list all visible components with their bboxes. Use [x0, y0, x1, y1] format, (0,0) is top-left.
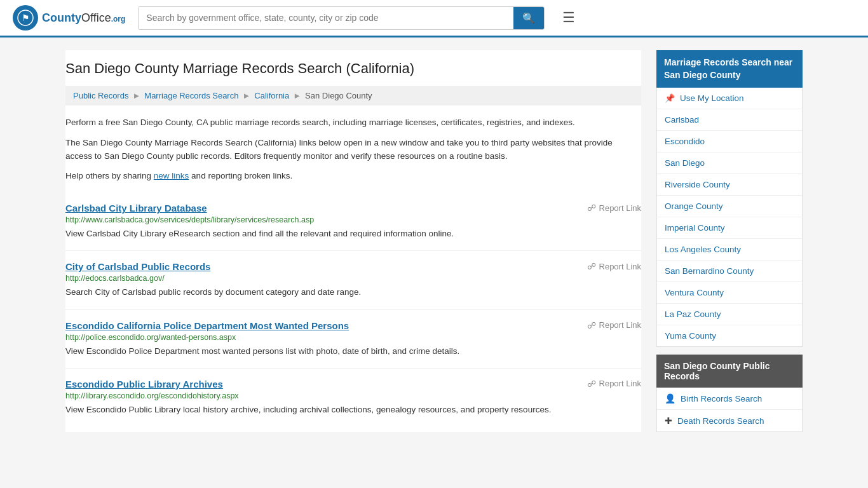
nearby-list-item: Ventura County — [657, 282, 802, 304]
svg-text:⚑: ⚑ — [22, 13, 30, 23]
use-location-item: 📌 Use My Location — [657, 88, 802, 109]
nearby-list-item: Los Angeles County — [657, 239, 802, 261]
help-text: Help others by sharing new links and rep… — [65, 170, 641, 182]
result-url[interactable]: http://www.carlsbadca.gov/services/depts… — [65, 215, 641, 224]
report-link[interactable]: ☍ Report Link — [587, 203, 641, 213]
result-item: Escondido Public Library Archives ☍ Repo… — [65, 369, 641, 426]
san-bernardino-link[interactable]: San Bernardino County — [657, 261, 802, 281]
riverside-link[interactable]: Riverside County — [657, 174, 802, 195]
result-description: Search City of Carlsbad public records b… — [65, 286, 641, 299]
report-icon: ☍ — [587, 261, 596, 271]
report-link[interactable]: ☍ Report Link — [587, 320, 641, 330]
results-list: Carlsbad City Library Database ☍ Report … — [65, 193, 641, 426]
public-records-header: San Diego County Public Records — [656, 355, 803, 388]
nearby-list-item: Riverside County — [657, 174, 802, 196]
site-header: ⚑ CountyOffice.org 🔍 ☰ — [0, 0, 868, 37]
result-item: Carlsbad City Library Database ☍ Report … — [65, 193, 641, 251]
nearby-list: 📌 Use My Location Carlsbad Escondido San… — [656, 88, 803, 347]
ventura-link[interactable]: Ventura County — [657, 282, 802, 303]
nearby-list-item: La Paz County — [657, 304, 802, 325]
imperial-link[interactable]: Imperial County — [657, 217, 802, 238]
nearby-list-item: Escondido — [657, 131, 802, 152]
result-item: Escondido California Police Department M… — [65, 310, 641, 369]
death-records-item: ✚ Death Records Search — [657, 410, 802, 431]
breadcrumb-sep-1: ► — [132, 91, 140, 100]
breadcrumb-public-records[interactable]: Public Records — [73, 91, 128, 100]
search-icon: 🔍 — [522, 13, 535, 24]
yuma-link[interactable]: Yuma County — [657, 325, 802, 346]
sidebar: Marriage Records Search near San Diego C… — [656, 50, 803, 432]
menu-button[interactable]: ☰ — [562, 10, 575, 26]
result-header: City of Carlsbad Public Records ☍ Report… — [65, 261, 641, 272]
logo-wordmark: CountyOffice.org — [42, 11, 125, 25]
result-header: Escondido Public Library Archives ☍ Repo… — [65, 379, 641, 390]
nearby-list-item: Yuma County — [657, 325, 802, 346]
death-records-link[interactable]: ✚ Death Records Search — [657, 410, 802, 431]
location-pin-icon: 📌 — [665, 93, 675, 103]
cross-icon: ✚ — [665, 416, 672, 426]
result-description: View Carlsbad City Library eResearch sec… — [65, 227, 641, 240]
result-description: View Escondido Police Department most wa… — [65, 345, 641, 358]
report-icon: ☍ — [587, 320, 596, 330]
result-header: Carlsbad City Library Database ☍ Report … — [65, 203, 641, 214]
result-title[interactable]: City of Carlsbad Public Records — [65, 261, 210, 272]
birth-records-link[interactable]: 👤 Birth Records Search — [657, 388, 802, 409]
search-button[interactable]: 🔍 — [513, 7, 544, 29]
result-description: View Escondido Public Library local hist… — [65, 403, 641, 416]
result-url[interactable]: http://library.escondido.org/escondidohi… — [65, 391, 641, 400]
nearby-list-item: Carlsbad — [657, 109, 802, 131]
nearby-header: Marriage Records Search near San Diego C… — [656, 50, 803, 88]
nearby-section: Marriage Records Search near San Diego C… — [656, 50, 803, 347]
person-icon: 👤 — [665, 393, 675, 403]
birth-records-item: 👤 Birth Records Search — [657, 388, 802, 410]
description-2: The San Diego County Marriage Records Se… — [65, 136, 641, 163]
escondido-link[interactable]: Escondido — [657, 131, 802, 152]
orange-link[interactable]: Orange County — [657, 196, 802, 217]
nearby-list-item: San Bernardino County — [657, 261, 802, 282]
breadcrumb-california[interactable]: California — [254, 91, 289, 100]
breadcrumb-sep-3: ► — [293, 91, 301, 100]
breadcrumb: Public Records ► Marriage Records Search… — [65, 86, 641, 105]
los-angeles-link[interactable]: Los Angeles County — [657, 239, 802, 260]
main-container: San Diego County Marriage Records Search… — [53, 37, 815, 445]
result-url[interactable]: http://police.escondido.org/wanted-perso… — [65, 333, 641, 342]
la-paz-link[interactable]: La Paz County — [657, 304, 802, 325]
description-1: Perform a free San Diego County, CA publ… — [65, 116, 641, 130]
san-diego-link[interactable]: San Diego — [657, 152, 802, 173]
breadcrumb-sep-2: ► — [242, 91, 250, 100]
site-logo[interactable]: ⚑ CountyOffice.org — [13, 5, 125, 30]
breadcrumb-marriage-records[interactable]: Marriage Records Search — [144, 91, 238, 100]
public-records-list: 👤 Birth Records Search ✚ Death Records S… — [656, 388, 803, 432]
page-title: San Diego County Marriage Records Search… — [65, 50, 641, 77]
public-records-section: San Diego County Public Records 👤 Birth … — [656, 355, 803, 432]
report-link[interactable]: ☍ Report Link — [587, 261, 641, 271]
result-item: City of Carlsbad Public Records ☍ Report… — [65, 251, 641, 309]
nearby-list-item: San Diego — [657, 152, 802, 174]
nearby-list-item: Orange County — [657, 196, 802, 217]
breadcrumb-san-diego: San Diego County — [305, 91, 372, 100]
nearby-list-item: Imperial County — [657, 217, 802, 239]
result-title[interactable]: Carlsbad City Library Database — [65, 203, 207, 214]
new-links[interactable]: new links — [154, 171, 189, 180]
result-title[interactable]: Escondido California Police Department M… — [65, 320, 349, 331]
logo-icon: ⚑ — [13, 5, 38, 30]
report-icon: ☍ — [587, 203, 596, 213]
use-location-link[interactable]: 📌 Use My Location — [657, 88, 802, 109]
search-bar: 🔍 — [138, 6, 545, 30]
search-input[interactable] — [139, 7, 513, 29]
report-link[interactable]: ☍ Report Link — [587, 379, 641, 389]
carlsbad-link[interactable]: Carlsbad — [657, 109, 802, 130]
report-icon: ☍ — [587, 379, 596, 389]
result-title[interactable]: Escondido Public Library Archives — [65, 379, 223, 390]
result-header: Escondido California Police Department M… — [65, 320, 641, 331]
content-area: San Diego County Marriage Records Search… — [65, 50, 641, 432]
hamburger-icon: ☰ — [562, 10, 575, 25]
result-url[interactable]: http://edocs.carlsbadca.gov/ — [65, 274, 641, 283]
